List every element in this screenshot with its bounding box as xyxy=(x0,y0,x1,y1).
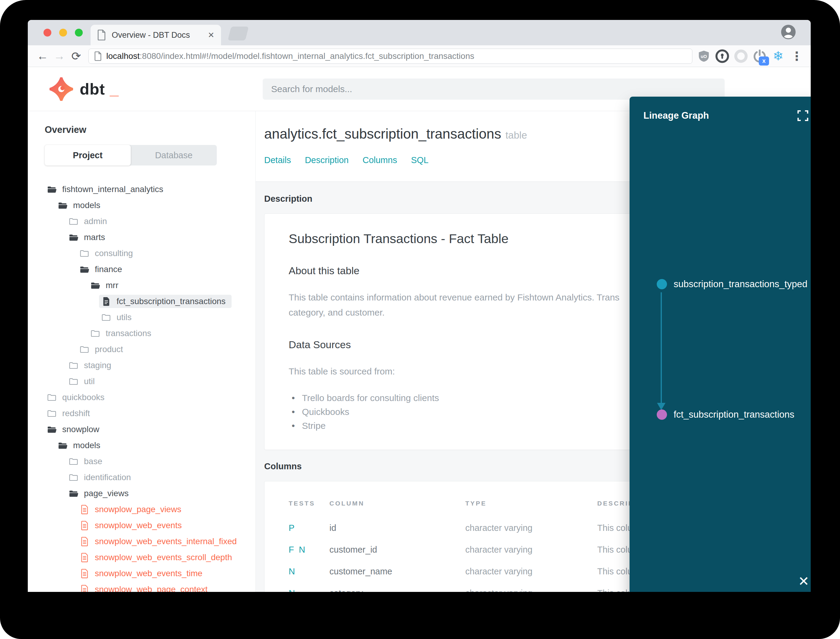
tree-item-snowplow[interactable]: snowplow xyxy=(45,421,256,437)
tests-cell: P xyxy=(289,523,329,533)
tree-item-fct_subscription_transactions[interactable]: fct_subscription_transactions xyxy=(45,293,256,309)
folder-open-icon xyxy=(69,489,78,498)
tree-item-util[interactable]: util xyxy=(45,373,256,389)
expand-icon[interactable] xyxy=(797,109,809,122)
browser-tab[interactable]: Overview - DBT Docs ✕ xyxy=(91,25,221,45)
power-extension-icon[interactable]: x xyxy=(753,49,767,64)
tree-item-mrr[interactable]: mrr xyxy=(45,277,256,293)
model-nav-columns[interactable]: Columns xyxy=(363,155,397,165)
tree-item-models[interactable]: models xyxy=(45,437,256,453)
tree-item-label: finance xyxy=(95,265,122,274)
model-nav-details[interactable]: Details xyxy=(264,155,291,165)
close-window-button[interactable] xyxy=(43,29,51,37)
onepassword-extension-icon[interactable] xyxy=(715,49,729,64)
lineage-title: Lineage Graph xyxy=(643,110,709,121)
lineage-close-icon[interactable]: ✕ xyxy=(798,575,809,588)
tab-database[interactable]: Database xyxy=(131,145,217,165)
tree-item-models[interactable]: models xyxy=(45,197,256,213)
url-bar[interactable]: localhost:8080/index.html#!/model/model.… xyxy=(89,49,692,64)
tree-item-label: consulting xyxy=(95,248,133,258)
tree-item-redshift[interactable]: redshift xyxy=(45,405,256,421)
folder-closed-icon xyxy=(80,345,89,354)
lineage-header: Lineage Graph xyxy=(630,97,811,122)
folder-closed-icon xyxy=(91,329,100,338)
tree-item-transactions[interactable]: transactions xyxy=(45,325,256,341)
file-error-icon xyxy=(80,569,89,578)
tree-item-snowplow_web_events_time[interactable]: snowplow_web_events_time xyxy=(45,565,256,581)
tree-item-snowplow_page_views[interactable]: snowplow_page_views xyxy=(45,501,256,517)
tree-item-consulting[interactable]: consulting xyxy=(45,245,256,261)
tree-item-finance[interactable]: finance xyxy=(45,261,256,277)
tree-item-base[interactable]: base xyxy=(45,453,256,469)
tree-item-snowplow_web_events[interactable]: snowplow_web_events xyxy=(45,517,256,533)
column-name-cell: customer_name xyxy=(329,566,465,577)
url-page-icon xyxy=(94,51,102,61)
tree-item-inner: page_views xyxy=(67,487,135,500)
dbt-logo[interactable]: dbt_ xyxy=(49,77,119,101)
back-icon[interactable]: ← xyxy=(36,49,49,62)
tree-item-snowplow_web_events_scroll_depth[interactable]: snowplow_web_events_scroll_depth xyxy=(45,549,256,565)
tree-item-label: marts xyxy=(84,232,105,242)
folder-closed-icon xyxy=(69,456,78,466)
tree-item-inner: models xyxy=(56,199,106,212)
column-name-cell: id xyxy=(329,523,465,533)
folder-open-icon xyxy=(47,184,57,194)
url-text: localhost:8080/index.html#!/model/model.… xyxy=(106,51,474,61)
tree-item-utils[interactable]: utils xyxy=(45,309,256,325)
col-header-column: COLUMN xyxy=(329,500,465,507)
tree-item-inner: snowplow_web_events_internal_fixed xyxy=(77,535,243,548)
minimize-window-button[interactable] xyxy=(59,29,67,37)
tab-project[interactable]: Project xyxy=(45,145,131,165)
tree-item-label: fishtown_internal_analytics xyxy=(62,184,164,194)
tree-item-inner: admin xyxy=(67,215,113,228)
tree-item-label: admin xyxy=(84,216,107,226)
tab-close-icon[interactable]: ✕ xyxy=(208,30,214,40)
snowflake-extension-icon[interactable]: ❄ xyxy=(772,49,785,64)
onetab-extension-icon[interactable] xyxy=(734,49,748,64)
browser-toolbar: ← → ⟳ localhost:8080/index.html#!/model/… xyxy=(28,45,811,67)
tree-item-snowplow_web_page_context[interactable]: snowplow_web_page_context xyxy=(45,581,256,592)
tree-item-quickbooks[interactable]: quickbooks xyxy=(45,389,256,405)
tree-item-page_views[interactable]: page_views xyxy=(45,485,256,501)
file-error-icon xyxy=(80,537,89,546)
model-nav-sql[interactable]: SQL xyxy=(411,155,429,165)
column-name-cell: category xyxy=(329,588,465,592)
tree-item-label: snowplow xyxy=(62,424,99,434)
model-name: analytics.fct_subscription_transactions xyxy=(264,126,501,141)
extension-badge: x xyxy=(759,56,769,65)
lineage-node-upstream[interactable]: subscription_transactions_typed xyxy=(657,279,807,289)
refresh-icon[interactable]: ⟳ xyxy=(69,49,83,63)
tree-item-inner: marts xyxy=(67,231,111,244)
tree-item-marts[interactable]: marts xyxy=(45,229,256,245)
browser-profile-avatar[interactable] xyxy=(781,24,796,40)
folder-closed-icon xyxy=(80,248,89,258)
folder-closed-icon xyxy=(69,473,78,482)
source-toggle: Project Database xyxy=(45,145,217,165)
model-nav-description[interactable]: Description xyxy=(305,155,349,165)
folder-closed-icon xyxy=(102,313,111,322)
lineage-node-current[interactable]: fct_subscription_transactions xyxy=(657,409,794,420)
tree-item-fishtown_internal_analytics[interactable]: fishtown_internal_analytics xyxy=(45,181,256,197)
tree-item-label: product xyxy=(95,345,123,354)
tree-item-product[interactable]: product xyxy=(45,341,256,357)
new-tab-button[interactable] xyxy=(228,27,248,40)
tree-item-identification[interactable]: identification xyxy=(45,469,256,485)
tree-item-inner: models xyxy=(56,439,106,452)
ublock-extension-icon[interactable]: uO xyxy=(697,49,710,64)
tree-item-inner: consulting xyxy=(77,247,139,260)
browser-menu-icon[interactable]: ⋮ xyxy=(791,49,803,63)
tree-item-label: redshift xyxy=(62,409,90,418)
svg-text:uO: uO xyxy=(701,54,707,59)
tree-item-snowplow_web_events_internal_fixed[interactable]: snowplow_web_events_internal_fixed xyxy=(45,533,256,549)
folder-open-icon xyxy=(58,440,68,450)
tree-item-label: snowplow_page_views xyxy=(95,505,181,514)
device-frame: Overview - DBT Docs ✕ ← → ⟳ localhost:80… xyxy=(0,0,840,639)
tree-item-admin[interactable]: admin xyxy=(45,213,256,229)
forward-icon: → xyxy=(52,49,67,62)
col-header-type: TYPE xyxy=(465,500,597,507)
test-badge-N: N xyxy=(289,566,295,577)
lineage-edge xyxy=(661,292,662,405)
column-name-cell: customer_id xyxy=(329,545,465,555)
zoom-window-button[interactable] xyxy=(75,29,83,37)
tree-item-staging[interactable]: staging xyxy=(45,357,256,373)
